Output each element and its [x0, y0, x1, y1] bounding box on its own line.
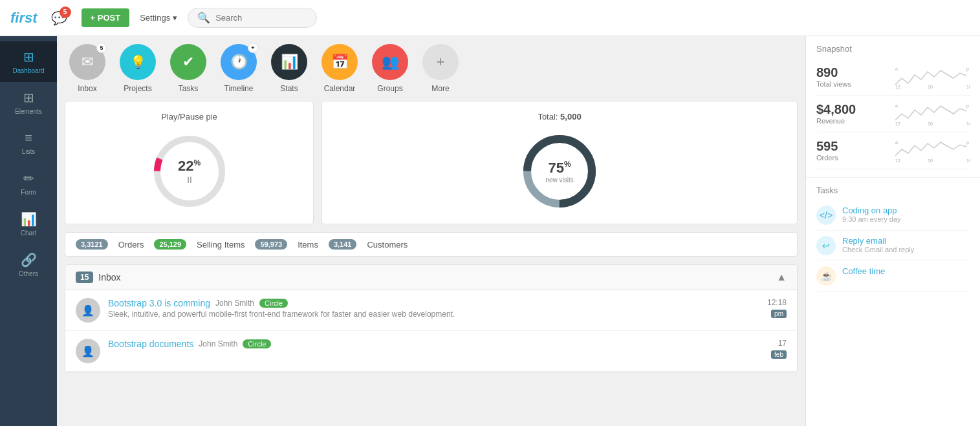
- snapshot-item: $4,800 Revenue 12 10 10 a p: [816, 96, 970, 133]
- message-body: Bootstrap documents John Smith Circle: [108, 339, 763, 363]
- customers-badge: 3,141: [329, 239, 357, 250]
- sidebar-item-label: Lists: [22, 148, 36, 155]
- pause-icon: ⏸: [178, 175, 201, 185]
- message-subject[interactable]: Bootstrap documents: [108, 339, 193, 349]
- svg-text:10: 10: [928, 122, 933, 125]
- task-item: ↩ Reply email Check Gmail and reply: [816, 231, 970, 261]
- avatar: 👤: [76, 298, 100, 323]
- timeline-badge: +: [248, 43, 258, 53]
- tasks-title: Tasks: [816, 186, 970, 195]
- selling-label: Selling Items: [197, 240, 245, 250]
- timeline-icon: 🕐: [230, 54, 248, 70]
- total-pie-title: Total: 5,000: [332, 112, 787, 122]
- sidebar-item-lists[interactable]: ≡ Lists: [0, 123, 57, 163]
- form-icon: ✏: [23, 171, 34, 186]
- quick-nav-timeline[interactable]: 🕐 + Timeline: [216, 44, 261, 93]
- settings-button[interactable]: Settings ▾: [140, 13, 177, 23]
- tasks-section: Tasks </> Coding on app 9:30 am every da…: [806, 178, 980, 299]
- task-item: ☕ Coffee time: [816, 261, 970, 292]
- quick-nav-more[interactable]: + More: [418, 44, 463, 93]
- svg-text:12: 12: [895, 85, 900, 89]
- brand: first: [10, 10, 38, 27]
- reply-icon: ↩: [822, 240, 830, 251]
- tasks-label: Tasks: [179, 84, 199, 93]
- quick-nav-groups[interactable]: 👥 Groups: [367, 44, 413, 93]
- svg-text:12: 12: [895, 158, 900, 162]
- snapshot-item: 595 Orders 12 10 10 a p: [816, 133, 970, 169]
- projects-icon: 💡: [130, 54, 146, 70]
- sidebar-item-label: Elements: [15, 108, 42, 115]
- coffee-icon: ☕: [821, 271, 832, 281]
- svg-text:a: a: [895, 67, 898, 71]
- projects-circle: 💡: [120, 44, 156, 80]
- sidebar: ⊞ Dashboard ⊞ Elements ≡ Lists ✏ Form 📊 …: [0, 36, 57, 426]
- total-percent: 75%: [545, 160, 573, 176]
- post-button[interactable]: + POST: [82, 8, 130, 27]
- task-item: </> Coding on app 9:30 am every day: [816, 200, 970, 231]
- message-sender: John Smith: [199, 339, 237, 348]
- svg-text:a: a: [895, 103, 898, 108]
- inbox-badge: 5: [96, 43, 107, 53]
- stats-label: Stats: [280, 84, 298, 93]
- stats-icon: 📊: [281, 54, 298, 70]
- sidebar-item-form[interactable]: ✏ Form: [0, 163, 57, 204]
- main-layout: ⊞ Dashboard ⊞ Elements ≡ Lists ✏ Form 📊 …: [0, 36, 980, 426]
- search-bar: 🔍: [188, 8, 317, 28]
- quick-nav-tasks[interactable]: ✔ Tasks: [166, 44, 211, 93]
- more-circle: +: [422, 44, 459, 80]
- total-sub-label: new visits: [545, 176, 573, 184]
- quick-nav-calendar[interactable]: 📅 Calendar: [317, 44, 362, 93]
- inbox-count-badge: 15: [76, 272, 93, 283]
- play-pause-donut: 22% ⏸: [147, 129, 232, 213]
- play-pause-pie-card: Play/Pause pie 22% ⏸: [65, 101, 314, 224]
- stats-circle: 📊: [271, 44, 307, 80]
- more-icon: +: [437, 54, 445, 70]
- task-icon-reply: ↩: [816, 236, 836, 255]
- svg-text:10: 10: [966, 85, 970, 89]
- sidebar-item-elements[interactable]: ⊞ Elements: [0, 82, 57, 123]
- sidebar-item-others[interactable]: 🔗 Others: [0, 244, 57, 285]
- quick-nav-stats[interactable]: 📊 Stats: [267, 44, 312, 93]
- svg-text:10: 10: [928, 158, 933, 162]
- content: ✉ 5 Inbox 💡 Projects ✔ Tasks: [57, 36, 980, 426]
- quick-nav-inbox[interactable]: ✉ 5 Inbox: [65, 44, 110, 93]
- svg-text:p: p: [966, 67, 969, 72]
- task-body: Coding on app 9:30 am every day: [842, 206, 901, 223]
- quick-nav-projects[interactable]: 💡 Projects: [115, 44, 160, 93]
- notification-button[interactable]: 💬 5: [48, 6, 71, 30]
- sidebar-item-dashboard[interactable]: ⊞ Dashboard: [0, 41, 57, 82]
- inbox-card: 15 Inbox ▲ 👤 Bootstrap 3.0 is comming Jo…: [65, 264, 798, 372]
- search-input[interactable]: [215, 13, 307, 23]
- others-icon: 🔗: [21, 252, 37, 268]
- message-time: 12:18: [767, 298, 787, 307]
- snapshot-label: Revenue: [816, 117, 856, 125]
- svg-text:p: p: [966, 103, 969, 109]
- snapshot-label: Total views: [816, 80, 851, 88]
- sidebar-item-label: Chart: [21, 229, 36, 237]
- charts-row: Play/Pause pie 22% ⏸: [65, 101, 798, 224]
- avatar: 👤: [76, 339, 100, 363]
- right-sidebar: Snapshot 890 Total views 12 10 10 a p: [805, 36, 980, 426]
- calendar-label: Calendar: [324, 84, 356, 93]
- stats-row: 3,3121 Orders 25,129 Selling Items 59,97…: [65, 232, 798, 257]
- tasks-circle: ✔: [170, 44, 206, 80]
- sidebar-item-chart[interactable]: 📊 Chart: [0, 204, 57, 244]
- chevron-down-icon: ▾: [173, 13, 177, 23]
- snapshot-left: $4,800 Revenue: [816, 102, 856, 125]
- inbox-collapse-button[interactable]: ▲: [776, 272, 787, 283]
- message-time-badge: feb: [771, 350, 787, 359]
- task-icon-coffee: ☕: [816, 266, 836, 286]
- message-tag: Circle: [243, 339, 271, 348]
- settings-label: Settings: [140, 13, 170, 23]
- task-time: Check Gmail and reply: [842, 246, 914, 253]
- task-body: Coffee time: [842, 266, 885, 276]
- message-sender: John Smith: [215, 299, 254, 308]
- main-column: ✉ 5 Inbox 💡 Projects ✔ Tasks: [57, 36, 805, 426]
- timeline-circle: 🕐 +: [221, 44, 257, 80]
- task-body: Reply email Check Gmail and reply: [842, 236, 914, 253]
- message-subject[interactable]: Bootstrap 3.0 is comming: [108, 298, 210, 308]
- message-text: Sleek, intuitive, and powerful mobile-fi…: [108, 310, 759, 319]
- notification-badge: 5: [60, 6, 71, 18]
- lists-icon: ≡: [25, 131, 32, 145]
- search-icon: 🔍: [197, 12, 210, 24]
